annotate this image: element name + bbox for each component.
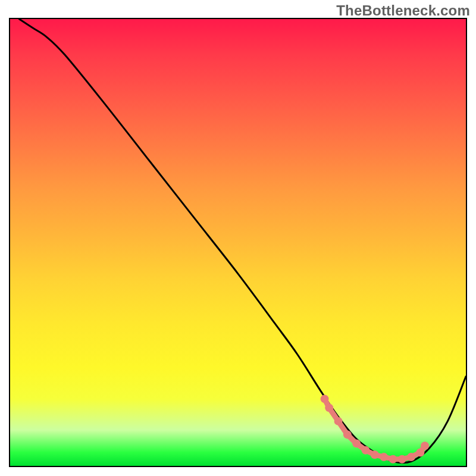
- highlight-stroke: [325, 399, 425, 459]
- watermark-text: TheBottleneck.com: [336, 2, 470, 19]
- bottleneck-curve: [19, 19, 466, 463]
- plot-area: [9, 18, 467, 467]
- chart-svg: [10, 19, 466, 466]
- chart-frame: TheBottleneck.com: [0, 0, 476, 476]
